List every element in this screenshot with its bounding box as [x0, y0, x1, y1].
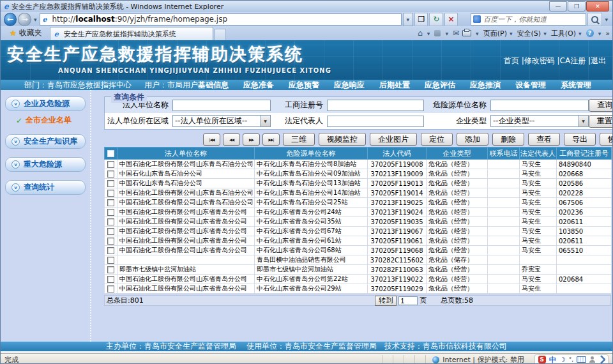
- search-button[interactable]: 查询: [589, 99, 613, 112]
- row-checkbox[interactable]: [107, 238, 114, 245]
- row-checkbox[interactable]: [107, 180, 114, 187]
- toolbar-button[interactable]: 定位: [421, 133, 453, 146]
- sidebar-group-knowledge-base[interactable]: v 安全生产知识库: [5, 134, 86, 149]
- close-button[interactable]: ✕: [586, 1, 609, 11]
- moon-icon[interactable]: ☽: [559, 356, 566, 363]
- hazard-name-input[interactable]: [490, 100, 589, 111]
- page-menu[interactable]: 页面(P)▼: [483, 29, 514, 38]
- address-dropdown-button[interactable]: ▼: [403, 13, 414, 26]
- row-checkbox[interactable]: [107, 247, 114, 254]
- row-checkbox[interactable]: [107, 257, 114, 264]
- favorites-button[interactable]: ★ 收藏夹: [4, 27, 47, 39]
- toolbar-button[interactable]: 删除: [492, 133, 524, 146]
- table-row[interactable]: 中国石油化工股份有限公司山东省青岛分公司 中石化山东省青岛分公司35站 3702…: [105, 217, 612, 227]
- toolbar-button[interactable]: 三维: [283, 133, 315, 146]
- wrench-icon[interactable]: [597, 355, 606, 364]
- column-header[interactable]: 法人代码: [368, 148, 427, 160]
- sogou-icon[interactable]: S: [538, 356, 546, 363]
- safety-menu[interactable]: 安全(S)▼: [517, 29, 548, 38]
- help-dropdown-icon[interactable]: ▼: [597, 31, 603, 36]
- home-dropdown-icon[interactable]: ▼: [426, 31, 432, 36]
- search-input[interactable]: 百度一下，你就知道: [483, 15, 547, 24]
- toolbar-button[interactable]: 视频监控: [319, 133, 366, 146]
- history-dropdown-icon[interactable]: ▼: [33, 17, 38, 22]
- row-checkbox[interactable]: [107, 218, 114, 225]
- refresh-button[interactable]: ↻: [429, 13, 443, 26]
- sidebar-item-city-company-list[interactable]: ✓ 全市企业名单: [16, 115, 85, 126]
- legal-name-input[interactable]: [172, 100, 271, 111]
- maximize-button[interactable]: ❐: [568, 1, 586, 11]
- reg-no-input[interactable]: [327, 100, 424, 111]
- legal-rep-input[interactable]: [327, 116, 424, 127]
- person-icon[interactable]: [589, 356, 595, 363]
- column-header[interactable]: 法定代表人: [520, 148, 557, 160]
- print-dropdown-icon[interactable]: ▼: [474, 31, 480, 36]
- toolbar-button[interactable]: 查看: [528, 133, 560, 146]
- stop-button[interactable]: ×: [444, 13, 458, 26]
- help-icon[interactable]: ?: [586, 29, 594, 37]
- nav-item[interactable]: 应急响应: [334, 80, 365, 91]
- column-header[interactable]: 企业类型: [427, 148, 488, 160]
- pager-nav-button[interactable]: ▶▶: [243, 133, 260, 146]
- nav-item[interactable]: 应急推演: [470, 80, 501, 91]
- row-checkbox[interactable]: [107, 199, 114, 206]
- search-options-dropdown-icon[interactable]: ▼: [603, 17, 609, 22]
- table-row[interactable]: 中国石油化工股份有限公司山东省青岛分公司 中石化山东省青岛分公司68站 3702…: [105, 246, 612, 255]
- table-row[interactable]: 中国石化山东青岛石油分公司 中石化山东青岛石油分公司09加油站 370213F1…: [105, 169, 612, 179]
- row-checkbox[interactable]: [107, 276, 114, 283]
- table-row[interactable]: 青岛田横中油油品销售有限公司 370282C115602 危化品（储存）: [105, 255, 612, 265]
- keyboard-icon[interactable]: [577, 356, 586, 363]
- toolbar-overflow-button[interactable]: »: [605, 29, 610, 38]
- goto-button[interactable]: 转到: [375, 296, 397, 306]
- quick-links[interactable]: 首页 |修改密码 |CA注册 |退出: [504, 56, 606, 66]
- search-box[interactable]: 百度一下，你就知道: [471, 13, 586, 26]
- reset-button[interactable]: 重置: [589, 115, 613, 128]
- table-row[interactable]: 中国石油化工股份有限公司山东省青岛分公司 中石化山东省青岛分公司61站 3702…: [105, 236, 612, 246]
- pager-nav-button[interactable]: |◀◀: [203, 133, 220, 146]
- table-row[interactable]: 中国石化山东青岛石油分公司 中石化山东青岛石油分公司13加油站 370205F1…: [105, 179, 612, 188]
- feed-dropdown-icon[interactable]: ▼: [444, 31, 450, 36]
- table-row[interactable]: 中国石油化工股份有限公司山东省青岛分公司 中石化山东省青岛分公司29站 3702…: [105, 284, 612, 294]
- page-input[interactable]: [398, 296, 418, 305]
- table-row[interactable]: 中国石油化工股份有限公司山东青岛石油分公司 中石化山东青岛石油分公司8加油站 3…: [105, 160, 612, 169]
- toolbar-button[interactable]: 导出: [564, 133, 596, 146]
- toolbar-button[interactable]: 企业图片: [370, 133, 417, 146]
- back-button[interactable]: ←: [4, 13, 17, 26]
- column-header[interactable]: 工商登记注册号: [557, 148, 612, 160]
- column-header[interactable]: 法人单位名称: [117, 148, 255, 160]
- nav-item[interactable]: 应急评估: [425, 80, 455, 91]
- print-icon[interactable]: [462, 30, 471, 36]
- row-checkbox[interactable]: [107, 209, 114, 216]
- home-icon[interactable]: ⌂: [418, 29, 423, 37]
- sidebar-group-query-stats[interactable]: v 查询统计: [5, 180, 86, 195]
- row-checkbox[interactable]: [107, 161, 114, 168]
- table-row[interactable]: 即墨市七级镇中岔河加油站 即墨市七级镇中岔河加油站 370282F110063 …: [105, 265, 612, 275]
- sidebar-group-major-hazard[interactable]: v 重大危险源: [5, 157, 86, 172]
- nav-item[interactable]: 基础信息: [198, 80, 229, 91]
- feed-icon[interactable]: [434, 30, 441, 36]
- table-row[interactable]: 中国石油化工股份有限公司山东省青岛分公司 中石化山东省青岛分公司67站 3702…: [105, 227, 612, 236]
- forward-button[interactable]: →: [18, 13, 31, 26]
- compatibility-button[interactable]: ❒: [414, 13, 428, 26]
- column-header[interactable]: 联系电话: [488, 148, 520, 160]
- minimize-button[interactable]: —: [549, 1, 567, 11]
- pager-nav-button[interactable]: ◀◀: [223, 133, 240, 146]
- sidebar-group-enterprise-hazard[interactable]: v 企业及危险源: [5, 96, 86, 111]
- mail-icon[interactable]: ✉: [453, 29, 459, 37]
- new-tab-stub[interactable]: [215, 29, 226, 40]
- table-row[interactable]: 中国石油化工股份有限公司山东省青岛分公司 中石化山东省青岛分公司24站 3702…: [105, 208, 612, 217]
- table-row[interactable]: 中国石油化工股份有限公司山东省青岛分公司 中石化山东省青岛分公司第22站 370…: [105, 275, 612, 284]
- table-row[interactable]: 中国石油化工股份有限公司山东青岛石油分公司 中石化山东青岛石油分公司25站 37…: [105, 198, 612, 208]
- ent-type-select[interactable]: --企业类型-- ▼: [490, 115, 589, 127]
- search-go-button[interactable]: [587, 13, 602, 26]
- row-checkbox[interactable]: [107, 285, 114, 292]
- row-checkbox[interactable]: [107, 266, 114, 273]
- row-checkbox[interactable]: [107, 171, 114, 178]
- browser-tab[interactable]: e 安全生产应急救援指挥辅助决策系统: [50, 27, 213, 40]
- pager-nav-button[interactable]: ▶▶|: [262, 133, 280, 146]
- ime-cn-icon[interactable]: 中: [549, 355, 556, 364]
- toolbar-button[interactable]: 添加: [457, 133, 488, 146]
- nav-item[interactable]: 应急准备: [243, 80, 274, 91]
- column-header[interactable]: 危险源单位名称: [255, 148, 368, 160]
- row-checkbox[interactable]: [107, 190, 114, 197]
